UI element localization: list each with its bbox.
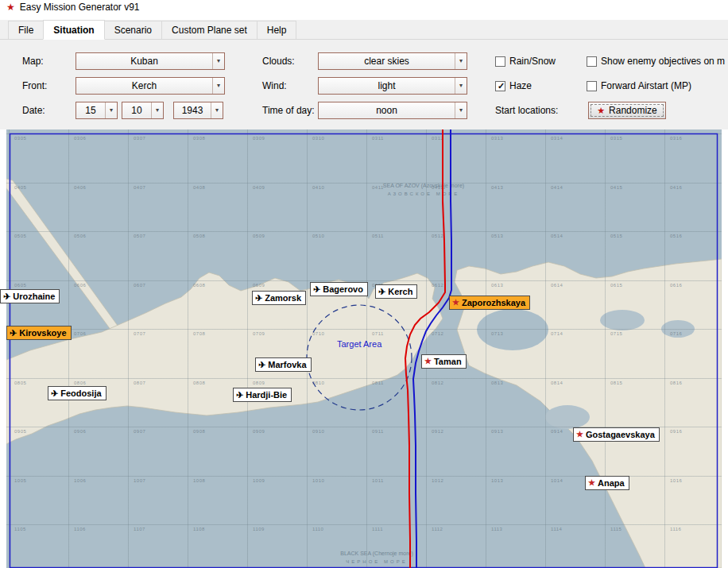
airfield-plane-icon: ✈ [3,292,10,301]
map-view[interactable]: 0305030603070308030903100311031203130314… [6,129,722,568]
wind-dropdown[interactable]: light ▾ [318,77,467,95]
date-year-value: 1943 [174,105,211,116]
date-month-dropdown[interactable]: 10 ▾ [122,102,164,119]
marker-label: Gostagaevskaya [586,431,655,439]
red-star-icon: ★ [597,106,605,116]
tab-help[interactable]: Help [257,21,297,39]
map-dropdown[interactable]: Kuban ▾ [76,52,225,70]
forward-airstart-label: Forward Airstart (MP) [601,80,691,91]
randomize-button[interactable]: ★ Randomize [588,102,666,119]
checkbox-box [495,81,505,91]
marker-label: Marfovka [268,361,306,369]
airfield-plane-icon: ✈ [10,329,17,338]
marker-label: Taman [434,357,462,366]
dropdown-arrow-icon: ▾ [105,102,117,118]
time-of-day-label: Time of day: [262,102,315,119]
map-label: Map: [22,52,44,70]
dropdown-arrow-icon: ▾ [455,53,467,69]
front-label: Front: [22,77,47,95]
front-dropdown-value: Kerch [76,80,212,91]
front-dropdown[interactable]: Kerch ▾ [76,77,225,95]
wind-dropdown-value: light [319,80,455,91]
map-marker-marfovka[interactable]: ✈Marfovka [255,357,312,372]
time-of-day-value: noon [319,105,455,116]
map-marker-kerch[interactable]: ✈Kerch [375,284,417,299]
airfield-plane-icon: ✈ [378,288,385,296]
marker-label: Bagerovo [323,285,363,294]
airfield-plane-icon: ✈ [236,391,243,400]
date-year-dropdown[interactable]: 1943 ▾ [173,102,223,119]
start-star-icon: ★ [588,479,595,487]
haze-label: Haze [509,80,532,91]
wind-label: Wind: [262,77,287,95]
map-marker-taman[interactable]: ★Taman [421,354,467,369]
marker-label: Zamorsk [265,294,301,303]
start-star-icon: ★ [452,299,459,307]
marker-label: Urozhaine [13,292,55,301]
map-dropdown-value: Kuban [76,56,212,67]
map-marker-anapa[interactable]: ★Anapa [585,476,629,490]
date-month-value: 10 [122,105,151,116]
dropdown-arrow-icon: ▾ [211,102,223,118]
airfield-plane-icon: ✈ [258,361,265,369]
map-marker-hardji-bie[interactable]: ✈Hardji-Bie [233,388,292,402]
start-locations-label: Start locations: [495,102,558,119]
dropdown-arrow-icon: ▾ [212,78,224,94]
time-of-day-dropdown[interactable]: noon ▾ [318,102,467,119]
clouds-dropdown-value: clear skies [319,56,455,67]
airfield-plane-icon: ✈ [51,389,58,398]
clouds-dropdown[interactable]: clear skies ▾ [318,52,467,70]
haze-checkbox[interactable]: Haze [495,77,532,95]
dropdown-arrow-icon: ▾ [455,102,467,118]
start-star-icon: ★ [576,431,583,439]
marker-label: Zaporozhskaya [462,299,525,307]
dropdown-arrow-icon: ▾ [455,78,467,94]
marker-layer: ✈Urozhaine✈Kirovskoye✈Feodosija✈Zamorsk✈… [6,129,722,568]
date-day-value: 15 [76,105,105,116]
marker-label: Kerch [388,288,412,296]
titlebar: ★ Easy Mission Generator v91 [0,0,728,20]
map-marker-kirovskoye[interactable]: ✈Kirovskoye [6,326,72,340]
tab-scenario[interactable]: Scenario [104,21,162,39]
airfield-plane-icon: ✈ [313,285,320,294]
map-marker-gostagaevskaya[interactable]: ★Gostagaevskaya [573,427,660,442]
show-enemy-objectives-checkbox[interactable]: Show enemy objectives on m [587,52,725,70]
checkbox-box [495,56,505,67]
map-marker-feodosija[interactable]: ✈Feodosija [48,386,106,400]
airfield-plane-icon: ✈ [255,294,262,303]
forward-airstart-checkbox[interactable]: Forward Airstart (MP) [587,77,691,95]
marker-label: Kirovskoye [19,329,66,338]
marker-label: Feodosija [60,389,101,398]
date-day-dropdown[interactable]: 15 ▾ [76,102,118,119]
show-enemy-objectives-label: Show enemy objectives on m [601,56,725,67]
map-marker-zamorsk[interactable]: ✈Zamorsk [252,291,306,305]
tab-custom-plane-set[interactable]: Custom Plane set [161,21,258,39]
app-star-icon: ★ [6,2,15,13]
marker-label: Hardji-Bie [246,391,287,400]
rain-snow-label: Rain/Snow [509,56,556,67]
controls-panel: Map: Kuban ▾ Clouds: clear skies ▾ Rain/… [0,40,728,129]
start-star-icon: ★ [424,357,432,365]
map-marker-bagerovo[interactable]: ✈Bagerovo [310,282,368,296]
date-label: Date: [22,102,45,119]
tab-file[interactable]: File [8,21,44,39]
map-marker-zaporozhskaya[interactable]: ★Zaporozhskaya [449,296,530,310]
map-marker-urozhaine[interactable]: ✈Urozhaine [0,289,60,303]
dropdown-arrow-icon: ▾ [151,102,163,118]
window-title: Easy Mission Generator v91 [20,2,140,13]
tab-situation[interactable]: Situation [43,20,104,40]
randomize-label: Randomize [609,105,657,116]
tab-strip: File Situation Scenario Custom Plane set… [0,20,728,40]
clouds-label: Clouds: [262,52,295,70]
checkbox-box [587,56,597,67]
checkbox-box [587,81,597,91]
dropdown-arrow-icon: ▾ [212,53,224,69]
marker-label: Anapa [598,479,625,488]
rain-snow-checkbox[interactable]: Rain/Snow [495,52,556,70]
